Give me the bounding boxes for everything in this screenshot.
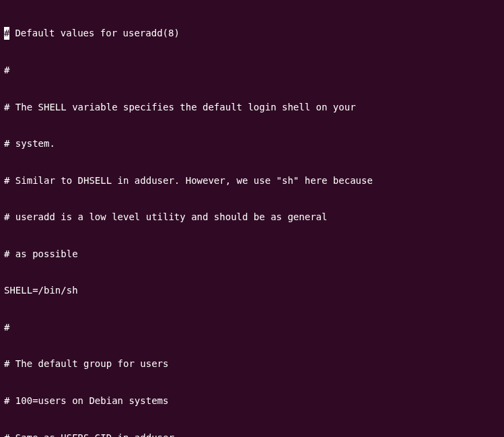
file-line: # <box>4 64 500 76</box>
file-line: # as possible <box>4 248 500 260</box>
file-line: # Same as USERS_GID in adduser <box>4 432 500 437</box>
file-line: # 100=users on Debian systems <box>4 395 500 407</box>
file-line: # useradd is a low level utility and sho… <box>4 211 500 223</box>
file-line: # The SHELL variable specifies the defau… <box>4 101 500 113</box>
file-line: SHELL=/bin/sh <box>4 284 500 296</box>
file-line-0-rest: Default values for useradd(8) <box>9 27 180 39</box>
file-line-0: # Default values for useradd(8) <box>4 27 500 39</box>
file-line: # <box>4 321 500 333</box>
terminal-viewport[interactable]: # Default values for useradd(8) # # The … <box>4 3 500 437</box>
file-line: # system. <box>4 137 500 149</box>
file-line: # The default group for users <box>4 358 500 370</box>
file-line: # Similar to DHSELL in adduser. However,… <box>4 174 500 187</box>
text-cursor: # <box>4 27 9 39</box>
